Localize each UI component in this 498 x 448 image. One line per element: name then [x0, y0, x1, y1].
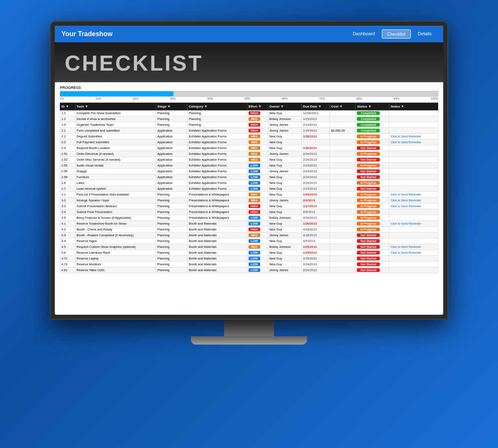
reminder-link[interactable]: Click to Send Reminder	[391, 135, 421, 138]
cell-stage: Planning	[156, 261, 188, 267]
effort-badge: LOW	[249, 262, 260, 266]
effort-badge: LOW	[249, 239, 260, 243]
col-header-notes[interactable]: Notes ▼	[389, 103, 438, 110]
tick-20: 20%	[133, 97, 139, 100]
cell-effort: HIGH	[247, 110, 268, 116]
reminder-link[interactable]: Click to Send Reminder	[391, 141, 421, 144]
cell-id: 4.1	[60, 220, 76, 226]
cell-stage: Planning	[156, 232, 188, 238]
cell-notes: Click to Send Reminder	[389, 197, 438, 203]
col-header-cost[interactable]: Cost ▼	[330, 103, 356, 110]
effort-badge: HIGH	[249, 111, 260, 115]
cell-stage: Planning	[156, 191, 188, 197]
cell-effort: LOW	[247, 255, 268, 261]
cell-category: Exhibitor Application Forms	[188, 162, 247, 168]
effort-badge: LOW	[249, 164, 260, 167]
cell-stage: Planning	[156, 122, 188, 127]
checklist-table: ID ▼ Task ▼ Stage ▼ Category ▼ Effort ▼ …	[60, 103, 438, 273]
cell-cost	[330, 203, 356, 209]
cell-category: Booth and Materials	[188, 232, 247, 238]
cell-id: 4.2	[60, 226, 76, 232]
cell-notes	[389, 261, 438, 267]
table-container: ID ▼ Task ▼ Stage ▼ Category ▼ Effort ▼ …	[60, 103, 438, 311]
status-badge: In Progress	[357, 228, 380, 231]
cell-notes	[389, 127, 438, 133]
cell-stage: Application	[156, 186, 188, 191]
cell-owner: New Guy	[268, 203, 301, 209]
status-badge: Not Started	[357, 233, 380, 237]
col-header-effort[interactable]: Effort ▼	[247, 103, 268, 110]
effort-badge: LOW	[249, 181, 260, 185]
cell-stage: Application	[156, 139, 188, 145]
cell-category: Presentations & Whitepapers	[188, 197, 247, 203]
status-badge: In Progress	[357, 210, 380, 214]
cell-id: 2.1	[60, 127, 76, 133]
reminder-link[interactable]: Click to Send Reminder	[391, 205, 421, 208]
cell-task: Order Misc Services (if needed)	[75, 157, 156, 162]
reminder-link[interactable]: Click to Send Reminder	[391, 251, 421, 254]
effort-badge: HIGH	[249, 204, 260, 208]
cell-status: Not Started	[356, 238, 389, 244]
cell-effort: MED	[247, 244, 268, 250]
status-badge: In Progress	[357, 140, 380, 144]
effort-badge: MED	[249, 198, 260, 202]
cell-cost	[330, 244, 356, 250]
cell-notes	[389, 151, 438, 157]
cell-task: Order Electrical (if needed)	[75, 151, 156, 157]
cell-id: 2.53	[60, 162, 76, 168]
status-badge: Not Started	[357, 251, 380, 255]
cell-task: Reserve Tradeshow Booth for Show	[75, 220, 156, 226]
reminder-link[interactable]: Click to Send Reminder	[391, 193, 421, 196]
nav-details[interactable]: Details	[413, 29, 437, 39]
cell-duedate: 4/24/2013	[301, 215, 330, 220]
cell-cost	[330, 139, 356, 145]
cell-cost	[330, 255, 356, 261]
status-badge: Not Started	[357, 257, 380, 260]
monitor-stand-neck	[224, 320, 274, 336]
cell-duedate: 2/24/2013	[301, 186, 330, 191]
cell-effort: MED	[247, 116, 268, 122]
cell-status: Completed	[356, 116, 389, 122]
col-header-task[interactable]: Task ▼	[75, 103, 156, 110]
cell-category: Exhibitor Application Forms	[188, 139, 247, 145]
status-badge: Not Started	[357, 175, 380, 179]
cell-stage: Application	[156, 127, 188, 133]
col-header-id[interactable]: ID ▼	[60, 103, 76, 110]
tick-40: 40%	[207, 97, 213, 100]
nav-checklist[interactable]: Checklist	[382, 29, 411, 39]
col-header-duedate[interactable]: Due Date ▼	[301, 103, 330, 110]
cell-effort: MED	[247, 133, 268, 139]
reminder-link[interactable]: Click to Send Reminder	[391, 245, 421, 248]
effort-badge: LOW	[249, 257, 260, 260]
status-badge: Completed	[357, 111, 380, 115]
nav-dashboard[interactable]: Dashboard	[348, 29, 380, 39]
status-badge: Completed	[357, 123, 380, 127]
cell-category: Exhibitor Application Forms	[188, 133, 247, 139]
col-header-owner[interactable]: Owner ▼	[268, 103, 301, 110]
cell-effort: LOW	[247, 162, 268, 168]
table-row: 3.5 Bring Projector & Screen (If Applici…	[60, 215, 438, 220]
cell-cost	[330, 226, 356, 232]
cell-stage: Planning	[156, 220, 188, 226]
col-header-stage[interactable]: Stage ▼	[156, 103, 188, 110]
effort-badge: HIGH	[249, 123, 260, 127]
cell-id: 2.55	[60, 168, 76, 174]
col-header-category[interactable]: Category ▼	[188, 103, 247, 110]
status-badge: Completed	[357, 117, 380, 121]
table-row: 4.72 Reserve Monitors Planning Booth and…	[60, 261, 438, 267]
cell-owner: Jimmy James	[268, 122, 301, 127]
nav-links: Dashboard Checklist Details	[348, 29, 437, 39]
cell-id: 2.52	[60, 157, 76, 162]
cell-task: Reserve Signs	[75, 238, 156, 244]
reminder-link[interactable]: Click to Send Reminder	[391, 222, 421, 225]
cell-category: Planning	[188, 110, 247, 116]
cell-stage: Application	[156, 151, 188, 157]
reminder-link[interactable]: Click to Send Reminder	[391, 199, 421, 202]
cell-owner: New Guy	[268, 220, 301, 226]
col-header-status[interactable]: Status ▼	[356, 103, 389, 110]
cell-id: 4.81	[60, 267, 76, 273]
cell-status: Not Started	[356, 186, 389, 191]
cell-notes	[389, 215, 438, 220]
cell-notes	[389, 116, 438, 122]
screen: Your Tradeshow Dashboard Checklist Detai…	[55, 26, 443, 315]
